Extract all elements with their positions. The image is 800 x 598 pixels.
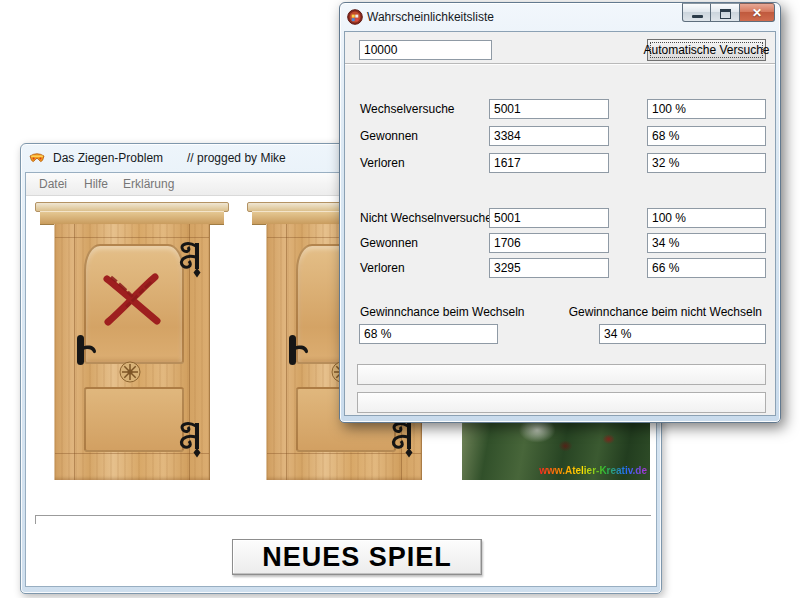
game-window-title: Das Ziegen-Problem (53, 151, 163, 165)
minimize-icon (692, 15, 703, 18)
menu-hilfe[interactable]: Hilfe (84, 177, 108, 191)
menu-erklaerung[interactable]: Erklärung (123, 177, 174, 191)
hinge-icon (175, 420, 205, 458)
game-window-title-suffix: // progged by Mike (187, 151, 286, 165)
rosette-icon (119, 361, 141, 383)
stay-row-label: Nicht Wechselnversuche (360, 211, 492, 225)
auto-trials-button-label: Automatische Versuche (650, 42, 763, 58)
maximize-icon (720, 9, 731, 19)
auto-trials-button[interactable]: Automatische Versuche (647, 39, 766, 61)
stay-lost-label: Verloren (360, 261, 405, 275)
maximize-button[interactable] (711, 3, 740, 22)
switch-lost-count-field[interactable]: 1617 (489, 153, 609, 173)
stay-won-percent-field[interactable]: 34 % (647, 233, 766, 253)
door-handle-icon (286, 334, 312, 366)
minimize-button[interactable] (682, 3, 711, 22)
stay-count-field[interactable]: 5001 (489, 208, 609, 228)
goat-app-icon (29, 150, 45, 166)
red-x-mark (98, 270, 166, 330)
progress-bar-stay (357, 392, 766, 413)
chance-stay-label: Gewinnchance beim nicht Wechseln (569, 305, 762, 319)
door-1[interactable] (35, 202, 229, 480)
probability-window: Wahrscheinlichkeitsliste ✕ Automatische … (339, 2, 781, 423)
divider-bevel (35, 515, 651, 524)
switch-won-count-field[interactable]: 3384 (489, 126, 609, 146)
door-lower-panel (84, 387, 184, 452)
stay-won-label: Gewonnen (360, 236, 418, 250)
hinge-icon (175, 240, 205, 278)
progress-bar-switch (357, 364, 766, 385)
menu-datei[interactable]: Datei (39, 177, 67, 191)
probability-app-icon (347, 9, 363, 25)
switch-won-label: Gewonnen (360, 129, 418, 143)
close-button[interactable]: ✕ (740, 3, 775, 22)
chance-switch-label: Gewinnchance beim Wechseln (360, 305, 525, 319)
stay-won-count-field[interactable]: 1706 (489, 233, 609, 253)
stay-percent-field[interactable]: 100 % (647, 208, 766, 228)
probability-window-titlebar[interactable]: Wahrscheinlichkeitsliste ✕ (340, 3, 780, 31)
chance-stay-field[interactable]: 34 % (599, 324, 766, 344)
door-1-body (54, 224, 210, 480)
trials-input[interactable] (359, 40, 492, 60)
stay-lost-percent-field[interactable]: 66 % (647, 258, 766, 278)
chance-switch-field[interactable]: 68 % (359, 324, 498, 344)
door-rail (55, 237, 209, 238)
door-cornice-step (40, 211, 224, 225)
stay-lost-count-field[interactable]: 3295 (489, 258, 609, 278)
photo-watermark: www.Atelier-Kreativ.de (539, 465, 647, 476)
hinge-icon (387, 420, 417, 458)
close-icon: ✕ (740, 6, 774, 20)
switch-count-field[interactable]: 5001 (489, 99, 609, 119)
switch-row-label: Wechselversuche (360, 102, 455, 116)
probability-window-title: Wahrscheinlichkeitsliste (367, 10, 494, 24)
door-handle-icon (74, 334, 100, 366)
new-game-button[interactable]: NEUES SPIEL (232, 539, 482, 575)
top-panel-divider (345, 63, 775, 65)
desktop: Das Ziegen-Problem // progged by Mike Da… (0, 0, 800, 598)
switch-percent-field[interactable]: 100 % (647, 99, 766, 119)
switch-lost-percent-field[interactable]: 32 % (647, 153, 766, 173)
switch-won-percent-field[interactable]: 68 % (647, 126, 766, 146)
caption-buttons: ✕ (682, 3, 775, 22)
switch-lost-label: Verloren (360, 156, 405, 170)
probability-window-client: Automatische Versuche Wechselversuche 50… (344, 31, 776, 416)
